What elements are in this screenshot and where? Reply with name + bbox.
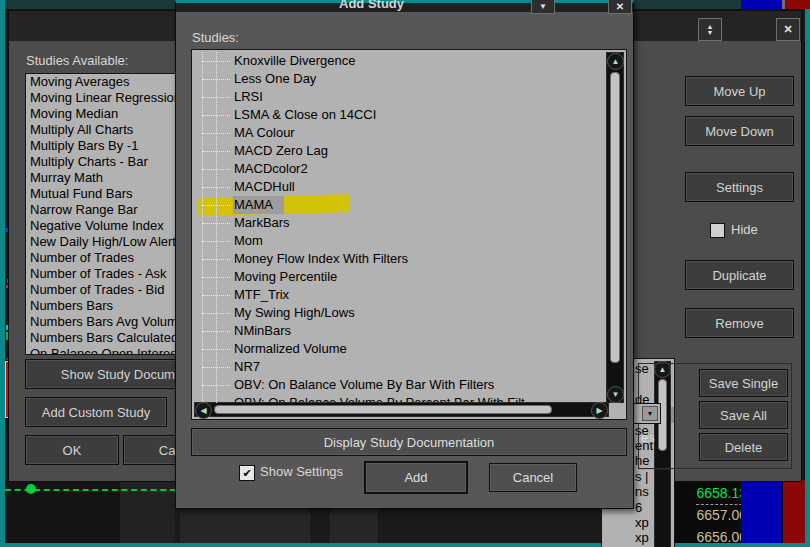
settings-button[interactable]: Settings <box>685 172 794 202</box>
studies-available-label: Studies Available: <box>26 53 128 68</box>
close-button[interactable]: ✕ <box>608 0 632 14</box>
list-item[interactable]: MA Colour <box>192 124 607 142</box>
list-item[interactable]: Numbers Bars Avg Volume <box>26 314 198 330</box>
list-item[interactable]: Knoxville Divergence <box>192 52 607 70</box>
window-border-left <box>0 0 5 547</box>
studies-label: Studies: <box>192 30 239 45</box>
list-item[interactable]: Multiply Bars By -1 <box>26 138 198 154</box>
close-button[interactable]: ✕ <box>776 18 800 41</box>
dropdown-arrow[interactable]: ▼ <box>642 406 658 421</box>
add-study-dialog: Add Study ▼ ✕ Studies: Knoxville Diverge… <box>175 0 634 509</box>
list-item[interactable]: Moving Averages <box>26 74 198 90</box>
arrow-left-icon: ◀ <box>200 407 206 415</box>
add-study-titlebar[interactable]: Add Study ▼ ✕ <box>176 3 633 12</box>
add-custom-study-button[interactable]: Add Custom Study <box>25 397 167 427</box>
check-icon: ✔ <box>242 468 251 479</box>
add-button[interactable]: Add <box>364 461 468 494</box>
list-item[interactable]: Numbers Bars Calculated <box>26 330 198 346</box>
delete-button[interactable]: Delete <box>699 433 788 461</box>
hide-checkbox[interactable] <box>710 223 725 238</box>
list-item[interactable]: NR7 <box>192 358 607 376</box>
list-item[interactable]: Mom <box>192 232 607 250</box>
ok-button[interactable]: OK <box>25 435 119 465</box>
scroll-left-button[interactable]: ◀ <box>195 402 212 419</box>
list-item[interactable]: LRSI <box>192 88 607 106</box>
list-item[interactable]: Moving Median <box>26 106 198 122</box>
list-item[interactable]: Numbers Bars <box>26 298 198 314</box>
list-item[interactable]: NMinBars <box>192 322 607 340</box>
list-item[interactable]: Moving Linear Regression <box>26 90 198 106</box>
close-icon: ✕ <box>616 1 624 12</box>
list-item[interactable]: New Daily High/Low Alert <box>26 234 198 250</box>
list-item[interactable]: MACDcolor2 <box>192 160 607 178</box>
window-border-bottom <box>0 543 810 547</box>
list-item[interactable]: My Swing High/Lows <box>192 304 607 322</box>
show-settings-label: Show Settings <box>260 464 343 479</box>
list-item[interactable]: Less One Day <box>192 70 607 88</box>
collapse-button[interactable]: ▼ <box>531 0 555 14</box>
list-item[interactable]: MTF_Trix <box>192 286 607 304</box>
duplicate-button[interactable]: Duplicate <box>685 260 794 290</box>
scrollbar-thumb[interactable] <box>610 72 620 363</box>
remove-button[interactable]: Remove <box>685 308 794 338</box>
list-item[interactable]: Moving Percentile <box>192 268 607 286</box>
dom-ask-column-top <box>785 0 810 9</box>
list-item[interactable]: Mutual Fund Bars <box>26 186 198 202</box>
save-single-button[interactable]: Save Single <box>699 369 788 397</box>
scroll-down-button[interactable]: ▼ <box>607 386 624 403</box>
scroll-right-button[interactable]: ▶ <box>591 402 608 419</box>
save-all-button[interactable]: Save All <box>699 401 788 429</box>
scroll-up-button[interactable]: ▲ <box>607 53 624 70</box>
collections-label-fragment: es <box>641 430 655 445</box>
list-item[interactable]: MarkBars <box>192 214 607 232</box>
dialog-title: Add Study <box>339 0 404 11</box>
dom-bid-column-top <box>741 0 782 9</box>
display-study-documentation-button[interactable]: Display Study Documentation <box>191 428 627 456</box>
collapse-button[interactable]: ▲ ▼ <box>698 18 722 41</box>
chart-line-marker-dot <box>26 484 36 494</box>
cancel-button[interactable]: Cancel <box>489 463 577 492</box>
add-study-list[interactable]: Knoxville DivergenceLess One DayLRSILSMA… <box>191 49 627 420</box>
studies-available-list[interactable]: Moving AveragesMoving Linear RegressionM… <box>25 73 199 355</box>
list-item[interactable]: Multiply All Charts <box>26 122 198 138</box>
chart-column-band <box>330 505 378 543</box>
list-item[interactable]: Negative Volume Index <box>26 218 198 234</box>
chart-window: 6658.136657.006656.00 ▲ ▼ ✕ Studies Avai… <box>0 0 810 547</box>
list-item[interactable]: OBV: On Balance Volume By Bar With Filte… <box>192 376 607 394</box>
list-item[interactable]: On Balance Open Interest <box>26 346 198 355</box>
vertical-scrollbar[interactable]: ▲ ▼ <box>606 52 624 403</box>
list-item[interactable]: Number of Trades - Bid <box>26 282 198 298</box>
list-item[interactable]: Normalized Volume <box>192 340 607 358</box>
list-item[interactable]: Murray Math <box>26 170 198 186</box>
dom-bid-column <box>741 480 781 543</box>
chevron-down-icon: ▼ <box>539 2 547 11</box>
list-item[interactable]: MAMA <box>192 196 607 214</box>
window-border-right <box>805 9 810 547</box>
price-label: 6658.13 <box>664 482 747 504</box>
close-icon: ✕ <box>783 23 792 36</box>
list-item[interactable]: LSMA & Close on 14CCI <box>192 106 607 124</box>
price-label: 6657.00 <box>664 504 747 526</box>
hide-label: Hide <box>731 222 758 237</box>
arrow-right-icon: ▶ <box>596 407 602 415</box>
list-item[interactable]: MACDHull <box>192 178 607 196</box>
chevron-down-icon: ▼ <box>647 410 654 417</box>
move-up-button[interactable]: Move Up <box>685 76 794 106</box>
horizontal-scrollbar[interactable]: ◀ ▶ <box>194 402 609 417</box>
chart-column-band <box>180 505 310 543</box>
list-item[interactable]: Narrow Range Bar <box>26 202 198 218</box>
list-item[interactable]: Multiply Charts - Bar <box>26 154 198 170</box>
price-labels: 6658.136657.006656.00 <box>664 482 747 547</box>
list-item[interactable]: MACD Zero Lag <box>192 142 607 160</box>
chevron-down-icon: ▼ <box>707 30 714 36</box>
dom-ask-column <box>783 480 805 543</box>
list-item[interactable]: Money Flow Index With Filters <box>192 250 607 268</box>
show-settings-checkbox[interactable]: ✔ <box>239 465 255 481</box>
list-item[interactable]: Number of Trades - Ask <box>26 266 198 282</box>
list-item[interactable]: Number of Trades <box>26 250 198 266</box>
move-down-button[interactable]: Move Down <box>685 116 794 146</box>
chevron-up-icon: ▲ <box>612 58 620 66</box>
chevron-down-icon: ▼ <box>612 391 620 399</box>
scrollbar-thumb[interactable] <box>214 405 552 414</box>
